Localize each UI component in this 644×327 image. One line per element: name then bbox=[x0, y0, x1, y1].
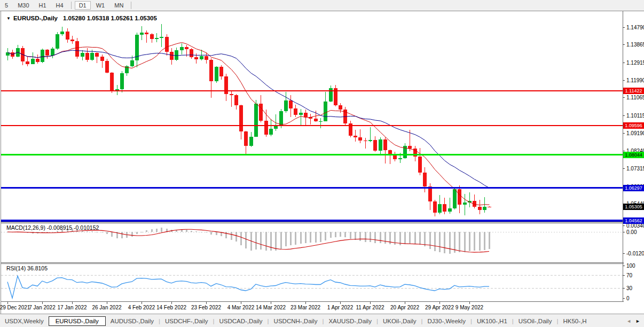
chart-tab-xauusd[interactable]: XAUUSD-,Daily bbox=[324, 317, 376, 325]
macd-indicator-label: MACD(12,26,9) -0.008915 -0.010152 bbox=[6, 224, 99, 231]
chart-tab-eurusd[interactable]: EURUSD-,Daily bbox=[49, 316, 106, 326]
svg-text:1.13865: 1.13865 bbox=[626, 42, 644, 48]
timeframe-toolbar: 5M30H1H4D1W1MN bbox=[0, 0, 644, 11]
svg-text:11 Apr 2022: 11 Apr 2022 bbox=[356, 305, 384, 310]
tab-scroll-right-icon[interactable]: ► bbox=[633, 318, 642, 324]
price-axis[interactable]: 1.147901.138651.129151.119901.110651.101… bbox=[623, 25, 644, 301]
macd-histogram bbox=[7, 228, 490, 254]
rsi-line bbox=[7, 276, 489, 298]
timeframe-button-h4[interactable]: H4 bbox=[52, 1, 68, 10]
timeframe-button-w1[interactable]: W1 bbox=[92, 1, 109, 10]
chart-tab-bar: USDX,WeeklyEURUSD-,DailyAUDUSD-,Daily|US… bbox=[0, 314, 644, 327]
svg-text:4 Mar 2022: 4 Mar 2022 bbox=[227, 305, 255, 310]
chart-title: ▼ EURUSD-,Daily 1.05280 1.05318 1.05261 … bbox=[6, 15, 157, 21]
timeframe-button-5[interactable]: 5 bbox=[1, 1, 12, 10]
svg-text:14 Feb 2022: 14 Feb 2022 bbox=[156, 305, 187, 310]
svg-text:14 Mar 2022: 14 Mar 2022 bbox=[256, 305, 286, 310]
timeframe-button-d1[interactable]: D1 bbox=[75, 1, 91, 10]
chart-tab-uk100[interactable]: UK100-,H1 bbox=[472, 317, 512, 325]
horizontal-level-line[interactable] bbox=[1, 154, 623, 155]
chart-tab-hk50[interactable]: HK50-,H bbox=[558, 317, 591, 325]
svg-text:1.14790: 1.14790 bbox=[626, 25, 644, 30]
macd-signal-line bbox=[7, 229, 489, 252]
svg-text:29 Apr 2022: 29 Apr 2022 bbox=[425, 305, 454, 310]
timeframe-button-mn[interactable]: MN bbox=[110, 1, 128, 10]
svg-text:70: 70 bbox=[626, 272, 633, 278]
chart-tab-audusd[interactable]: AUDUSD-,Daily bbox=[106, 317, 159, 325]
mt4-window: 5M30H1H4D1W1MN 1.147901.138651.129151.11… bbox=[0, 0, 644, 327]
toolbar-separator bbox=[71, 2, 72, 9]
chart-symbol-period: EURUSD-,Daily bbox=[13, 15, 58, 21]
chart-canvas[interactable]: 1.147901.138651.129151.119901.110651.101… bbox=[0, 0, 644, 327]
chart-tab-usdcad[interactable]: USDCAD-,Daily bbox=[214, 317, 267, 325]
chart-tab-usdchf[interactable]: USDCHF-,Daily bbox=[160, 317, 213, 325]
svg-text:0.00: 0.00 bbox=[626, 229, 637, 235]
horizontal-level-line[interactable] bbox=[1, 90, 623, 91]
time-axis[interactable]: 29 Dec 20217 Jan 202217 Jan 202226 Jan 2… bbox=[0, 302, 484, 310]
svg-text:1.11065: 1.11065 bbox=[626, 95, 644, 100]
svg-text:20 Apr 2022: 20 Apr 2022 bbox=[390, 305, 419, 310]
svg-text:23 Mar 2022: 23 Mar 2022 bbox=[290, 305, 321, 310]
svg-text:17 Jan 2022: 17 Jan 2022 bbox=[57, 305, 87, 310]
ma-slow bbox=[8, 50, 490, 188]
svg-text:1.10115: 1.10115 bbox=[626, 113, 644, 119]
svg-text:23 Feb 2022: 23 Feb 2022 bbox=[191, 305, 222, 310]
svg-text:100: 100 bbox=[626, 263, 635, 269]
rsi-indicator-label: RSI(14) 36.8105 bbox=[6, 265, 48, 271]
timeframe-button-h1[interactable]: H1 bbox=[35, 1, 51, 10]
price-level-badge: 1.04562 bbox=[623, 217, 644, 224]
horizontal-level-line[interactable] bbox=[1, 125, 623, 126]
svg-text:30: 30 bbox=[626, 285, 633, 291]
svg-text:4 Feb 2022: 4 Feb 2022 bbox=[128, 305, 155, 310]
svg-text:1.12915: 1.12915 bbox=[626, 60, 644, 66]
chart-tab-usdcnh[interactable]: USDCNH-,Daily bbox=[269, 317, 323, 325]
tab-scroll-left-icon[interactable]: ◄ bbox=[624, 318, 633, 324]
price-level-badge: 1.06297 bbox=[623, 185, 644, 191]
chart-tab-ukoil[interactable]: UKOil-,Daily bbox=[378, 317, 421, 325]
svg-text:1.11990: 1.11990 bbox=[626, 77, 644, 83]
current-price-badge: 1.05305 bbox=[623, 204, 644, 210]
chart-tab-dj30[interactable]: DJ30-,Weekly bbox=[423, 317, 470, 325]
ma-fast bbox=[8, 43, 490, 205]
svg-text:1.09190: 1.09190 bbox=[626, 130, 644, 136]
svg-text:26 Jan 2022: 26 Jan 2022 bbox=[92, 305, 121, 310]
svg-text:7 Jan 2022: 7 Jan 2022 bbox=[29, 305, 56, 310]
chart-ohlc-values: 1.05280 1.05318 1.05261 1.05305 bbox=[63, 15, 157, 21]
toolbar-separator bbox=[131, 2, 131, 9]
tab-scroll-controls: ◄► bbox=[624, 318, 644, 324]
price-level-badge: 1.08044 bbox=[623, 152, 644, 158]
horizontal-level-line[interactable] bbox=[1, 220, 623, 222]
svg-text:1 Apr 2022: 1 Apr 2022 bbox=[327, 305, 354, 310]
svg-text:-0.01205: -0.01205 bbox=[626, 251, 644, 256]
price-level-badge: 1.09596 bbox=[623, 122, 644, 129]
chart-tab-usdx[interactable]: USDX,Weekly bbox=[0, 317, 49, 325]
price-level-badge: 1.11422 bbox=[623, 88, 644, 94]
horizontal-level-line[interactable] bbox=[1, 187, 623, 189]
symbol-dropdown-icon[interactable]: ▼ bbox=[6, 16, 11, 21]
svg-text:9 May 2022: 9 May 2022 bbox=[455, 305, 484, 310]
chart-tab-usoil[interactable]: USOil-,Daily bbox=[514, 317, 557, 325]
svg-text:0: 0 bbox=[626, 295, 630, 301]
timeframe-button-m30[interactable]: M30 bbox=[13, 1, 33, 10]
svg-text:1.07315: 1.07315 bbox=[626, 166, 644, 172]
svg-text:29 Dec 2021: 29 Dec 2021 bbox=[0, 305, 30, 310]
